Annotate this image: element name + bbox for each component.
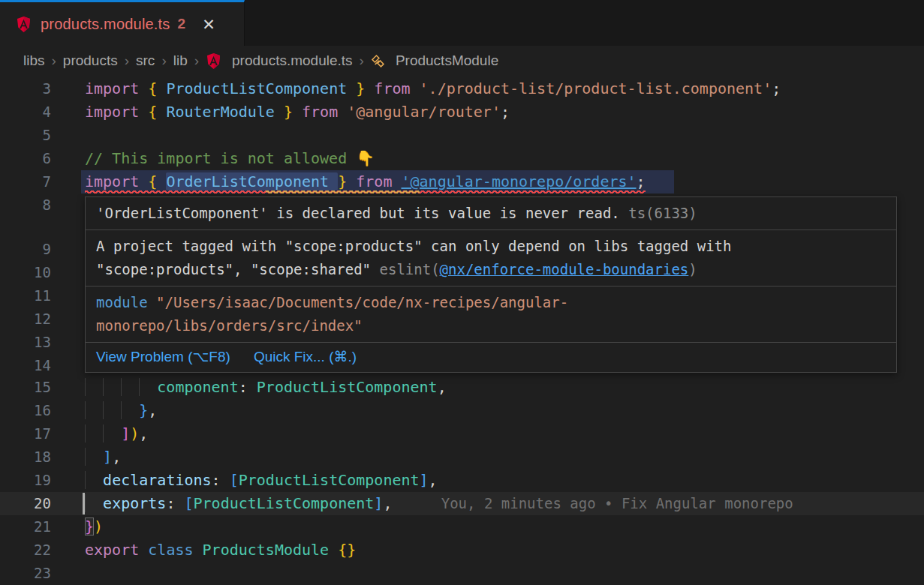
code-token: ; — [772, 80, 781, 98]
eslint-rule-link[interactable]: @nx/enforce-module-boundaries — [440, 261, 689, 278]
module-specifier-link[interactable]: '@angular-monorepo/orders' — [401, 172, 636, 190]
code-line-20[interactable]: exports: [ProductListComponent],You, 2 m… — [85, 492, 392, 515]
code-token: ProductsModule — [203, 541, 339, 559]
code-line-17[interactable]: ]), — [85, 422, 148, 446]
git-blame-annotation: You, 2 minutes ago • Fix Angular monorep… — [441, 492, 793, 515]
line-number: 9 — [0, 238, 51, 261]
error-squiggle-orange — [266, 190, 420, 194]
line-number: 18 — [0, 446, 51, 469]
quick-fix-button[interactable]: Quick Fix... (⌘.) — [254, 348, 357, 365]
code-token: } — [338, 172, 356, 190]
line-number: 4 — [0, 100, 51, 124]
code-token: : — [212, 471, 230, 489]
hover-text: ts(6133) — [620, 205, 697, 221]
line-number: 19 — [0, 469, 51, 492]
line-number: 21 — [0, 515, 51, 538]
code-token: , — [139, 424, 148, 442]
code-token: ) — [130, 424, 139, 442]
code-line-6[interactable]: // This import is not allowed 👇 — [85, 147, 375, 170]
code-line-19[interactable]: declarations: [ProductListComponent], — [85, 469, 438, 492]
code-line-22[interactable]: export class ProductsModule {} — [85, 538, 356, 562]
code-line-4[interactable]: import { RouterModule } from '@angular/r… — [85, 100, 510, 124]
code-token: ProductListComponent — [194, 494, 375, 512]
line-number: 22 — [0, 538, 51, 562]
code-token: , — [383, 494, 392, 512]
line-number: 10 — [0, 261, 51, 284]
code-token — [85, 494, 103, 512]
hover-text: 'OrderListComponent' is declared but its… — [96, 205, 620, 221]
code-token: import — [85, 80, 148, 98]
code-token: '@angular/router' — [347, 103, 501, 121]
hover-text: A project tagged with "scope:products" c… — [96, 238, 731, 254]
hover-module-path: module "/Users/isaac/Documents/code/nx-r… — [86, 286, 896, 342]
code-line-7[interactable]: import { OrderListComponent } from '@ang… — [85, 170, 646, 194]
code-token — [85, 448, 103, 466]
line-number: 20 — [0, 492, 51, 515]
hover-text: "/Users/isaac/Documents/code/nx-recipes/… — [156, 294, 568, 310]
text-cursor — [83, 493, 85, 514]
code-token: ; — [501, 103, 510, 121]
code-token: { — [148, 103, 166, 121]
code-token: ] — [420, 471, 429, 489]
line-number: 23 — [0, 562, 51, 585]
code-token: from — [356, 172, 401, 190]
line-number: 7 — [0, 170, 51, 194]
code-token: } — [139, 401, 148, 419]
code-token: exports — [103, 494, 166, 512]
code-token: export — [85, 541, 148, 559]
hover-text: "scope:products", "scope:shared" — [96, 261, 380, 278]
code-token — [85, 378, 157, 396]
code-token: ProductListComponent — [166, 80, 356, 98]
code-token: RouterModule — [166, 103, 284, 121]
code-line-3[interactable]: import { ProductListComponent } from './… — [85, 77, 781, 100]
code-token: import — [85, 172, 148, 190]
hover-status-bar: View Problem (⌥F8)Quick Fix... (⌘.) — [86, 343, 896, 372]
code-token: [ — [184, 494, 193, 512]
hover-text: ) — [688, 261, 697, 278]
code-token: OrderListComponent — [166, 172, 338, 190]
line-number: 12 — [0, 308, 51, 331]
hover-popup: 'OrderListComponent' is declared but its… — [85, 196, 897, 373]
code-token: { — [148, 80, 166, 98]
line-number: 14 — [0, 354, 51, 377]
code-token: } — [284, 103, 302, 121]
vscode-window: products.module.ts 2 ✕ libs›products›src… — [0, 0, 924, 585]
code-token: declarations — [103, 471, 212, 489]
line-number: 17 — [0, 422, 51, 446]
line-number: 16 — [0, 399, 51, 422]
line-number: 3 — [0, 77, 51, 100]
code-line-18[interactable]: ], — [85, 446, 121, 469]
line-number: 6 — [0, 147, 51, 170]
line-number: 13 — [0, 331, 51, 354]
code-token: } — [85, 518, 94, 536]
code-token: 👇 — [356, 149, 375, 167]
code-token — [85, 471, 103, 489]
code-token: } — [356, 80, 374, 98]
hover-text: eslint( — [380, 261, 440, 278]
code-token — [85, 424, 121, 442]
code-token: ProductListComponent — [239, 471, 420, 489]
code-token: import — [85, 103, 148, 121]
code-token: ; — [637, 172, 646, 190]
line-number: 5 — [0, 124, 51, 147]
code-token: ] — [374, 494, 383, 512]
code-line-16[interactable]: }, — [85, 399, 157, 422]
line-number: 11 — [0, 284, 51, 308]
code-token: './product-list/product-list.component' — [420, 80, 772, 98]
hover-message-ts: 'OrderListComponent' is declared but its… — [86, 197, 896, 230]
code-token: , — [429, 471, 438, 489]
code-token: , — [112, 448, 121, 466]
code-token: class — [148, 541, 202, 559]
view-problem-button[interactable]: View Problem (⌥F8) — [96, 348, 230, 365]
code-token: from — [374, 80, 419, 98]
code-token: // This import is not allowed — [85, 149, 356, 167]
code-token: ) — [94, 518, 103, 536]
line-number: 15 — [0, 376, 51, 399]
code-line-21[interactable]: }) — [85, 515, 103, 538]
code-token: {} — [338, 541, 356, 559]
code-token: from — [302, 103, 347, 121]
code-token: ProductListComponent — [257, 378, 438, 396]
code-line-15[interactable]: component: ProductListComponent, — [85, 376, 447, 399]
code-token: component — [157, 378, 238, 396]
code-token: : — [239, 378, 257, 396]
